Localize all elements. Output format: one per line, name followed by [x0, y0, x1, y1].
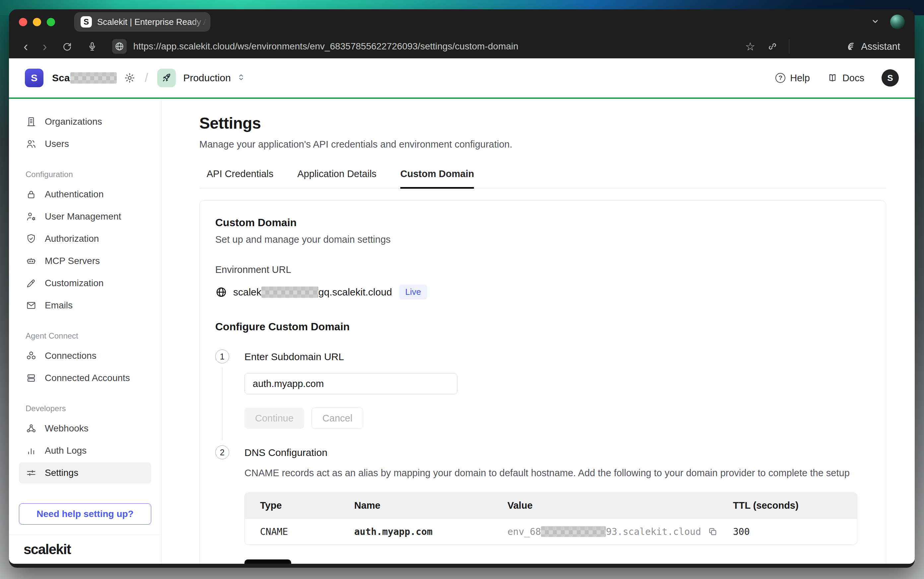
maximize-window-button[interactable]	[47, 18, 55, 26]
assistant-swirl-icon	[846, 41, 856, 52]
url-bar[interactable]: https://app.scalekit.cloud/ws/environmen…	[133, 41, 518, 52]
org-settings-button[interactable]	[124, 72, 135, 83]
sidebar-item-webhooks[interactable]: Webhooks	[19, 418, 151, 439]
sidebar-brand-row: scalekit	[9, 535, 161, 564]
desktop-background: S Scalekit | Enterprise Ready A ‹ › http…	[0, 0, 924, 579]
sidebar-item-emails[interactable]: Emails	[19, 295, 151, 316]
close-window-button[interactable]	[19, 18, 27, 26]
org-logo: S	[25, 69, 43, 87]
user-avatar[interactable]: S	[881, 69, 899, 87]
redacted-record-value	[541, 526, 606, 537]
gear-icon	[124, 72, 135, 83]
tab-api-credentials[interactable]: API Credentials	[207, 168, 274, 188]
sidebar-section-developers: Developers	[26, 404, 161, 413]
dns-records-table: Type Name Value TTL (seconds) CNAME auth…	[244, 492, 857, 545]
bookmark-star-icon[interactable]: ☆	[745, 40, 755, 53]
sidebar-item-authorization[interactable]: Authorization	[19, 228, 151, 249]
configure-heading: Configure Custom Domain	[215, 321, 870, 333]
assistant-button[interactable]: Assistant	[846, 41, 900, 52]
users-icon	[26, 138, 37, 150]
browser-tabstrip: S Scalekit | Enterprise Ready A	[9, 9, 915, 34]
record-value: env_6893.scalekit.cloud	[507, 526, 733, 537]
org-name: Sca	[52, 72, 117, 83]
copy-value-button[interactable]	[708, 527, 718, 536]
step-subdomain: 1 Enter Subdomain URL Continue Cancel	[215, 350, 870, 440]
cancel-button[interactable]: Cancel	[311, 407, 363, 429]
sidebar-item-authentication[interactable]: Authentication	[19, 184, 151, 205]
sidebar-section-configuration: Configuration	[26, 170, 161, 179]
browser-toolbar: ‹ › https://app.scalekit.cloud/ws/enviro…	[9, 34, 915, 58]
sidebar-item-users[interactable]: Users	[19, 133, 151, 155]
dns-description: CNAME records act as an alias by mapping…	[244, 468, 870, 479]
reload-button[interactable]	[62, 41, 72, 52]
column-header-name: Name	[354, 500, 507, 511]
subdomain-input[interactable]	[244, 373, 457, 394]
environment-switcher[interactable]	[236, 72, 246, 83]
sidebar-item-connections[interactable]: Connections	[19, 345, 151, 366]
microphone-icon[interactable]	[87, 41, 98, 52]
window-controls	[19, 18, 55, 26]
sidebar-item-organizations[interactable]: Organizations	[19, 111, 151, 132]
column-header-value: Value	[507, 500, 733, 511]
record-type: CNAME	[245, 526, 354, 537]
dns-step-title: DNS Configuration	[244, 445, 870, 458]
card-subheading: Set up and manage your domain settings	[215, 234, 870, 245]
book-icon	[827, 73, 838, 83]
step-connector-line	[222, 368, 222, 440]
bar-chart-icon	[26, 445, 37, 456]
sidebar-item-mcp-servers[interactable]: MCP Servers	[19, 250, 151, 272]
sidebar-item-auth-logs[interactable]: Auth Logs	[19, 440, 151, 461]
page-title: Settings	[200, 114, 915, 132]
webhook-icon	[26, 423, 37, 434]
dns-table-header: Type Name Value TTL (seconds)	[245, 493, 857, 518]
help-button[interactable]: ? Help	[775, 73, 810, 83]
copy-link-icon[interactable]	[767, 41, 778, 52]
scalekit-app: S Sca / Production ? Help	[9, 58, 915, 564]
redacted-env-url	[261, 286, 318, 298]
record-ttl: 300	[733, 526, 857, 537]
envelope-icon	[26, 300, 37, 311]
subdomain-step-title: Enter Subdomain URL	[244, 350, 870, 363]
docs-button[interactable]: Docs	[827, 73, 864, 83]
continue-button[interactable]: Continue	[244, 407, 304, 429]
sidebar-item-settings[interactable]: Settings	[19, 462, 151, 484]
tab-application-details[interactable]: Application Details	[298, 168, 377, 188]
breadcrumb-separator: /	[145, 71, 148, 85]
need-help-button[interactable]: Need help setting up?	[19, 504, 151, 525]
browser-tab[interactable]: S Scalekit | Enterprise Ready A	[74, 12, 210, 31]
column-header-ttl: TTL (seconds)	[733, 500, 857, 511]
back-button[interactable]: ‹	[23, 40, 28, 53]
redacted-org-name	[70, 72, 117, 83]
robot-icon	[26, 255, 37, 267]
forward-button[interactable]: ›	[43, 40, 47, 53]
sidebar-item-customization[interactable]: Customization	[19, 273, 151, 294]
globe-icon	[215, 286, 227, 298]
paintbrush-icon	[26, 278, 37, 289]
card-heading: Custom Domain	[215, 216, 870, 229]
dns-record-row: CNAME auth.myapp.com env_6893.scalekit.c…	[245, 518, 857, 545]
browser-window: S Scalekit | Enterprise Ready A ‹ › http…	[9, 9, 915, 568]
live-status-badge: Live	[399, 285, 427, 299]
sidebar-item-connected-accounts[interactable]: Connected Accounts	[19, 368, 151, 389]
sidebar-section-agent-connect: Agent Connect	[26, 331, 161, 340]
sidebar: Organizations Users Configuration Authen…	[9, 99, 162, 564]
step-number-2: 2	[215, 445, 229, 459]
unfold-chevrons-icon	[236, 72, 246, 82]
sidebar-item-user-management[interactable]: User Management	[19, 206, 151, 227]
browser-profile-avatar[interactable]	[890, 15, 905, 29]
scalekit-favicon: S	[80, 16, 92, 28]
environment-url-row: scalekgq.scalekit.cloud Live	[215, 285, 870, 299]
chevron-down-icon[interactable]	[870, 16, 880, 28]
custom-domain-card: Custom Domain Set up and manage your dom…	[200, 200, 886, 564]
main-content: Settings Manage your application's API c…	[162, 99, 915, 564]
environment-url-value: scalekgq.scalekit.cloud	[233, 286, 392, 298]
minimize-window-button[interactable]	[33, 18, 41, 26]
building-icon	[26, 116, 37, 128]
verify-button[interactable]: Verify	[244, 559, 291, 564]
lock-icon	[26, 189, 37, 200]
step-number-1: 1	[215, 350, 229, 363]
site-info-button[interactable]	[112, 39, 127, 54]
cubes-icon	[26, 350, 37, 361]
tab-title: Scalekit | Enterprise Ready A	[97, 17, 209, 27]
tab-custom-domain[interactable]: Custom Domain	[400, 168, 474, 188]
